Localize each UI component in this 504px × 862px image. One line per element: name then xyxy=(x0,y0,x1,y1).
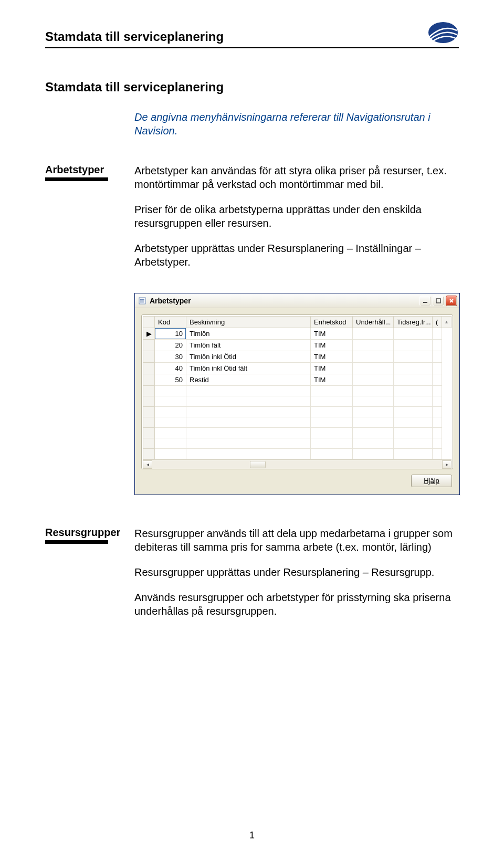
col-kod[interactable]: Kod xyxy=(155,317,186,328)
cell-last[interactable] xyxy=(433,449,442,459)
row-marker[interactable] xyxy=(143,351,155,363)
cell-underhall[interactable] xyxy=(353,386,394,396)
col-enhetskod[interactable]: Enhetskod xyxy=(311,317,353,328)
cell-enhetskod[interactable]: TIM xyxy=(311,340,353,351)
col-beskrivning[interactable]: Beskrivning xyxy=(186,317,311,328)
col-underhall[interactable]: Underhåll... xyxy=(353,317,394,328)
cell-underhall[interactable] xyxy=(353,351,394,363)
cell-beskrivning[interactable]: Timlön inkl Ötid fält xyxy=(186,363,311,374)
row-marker[interactable] xyxy=(143,374,155,386)
cell-tidsreg[interactable] xyxy=(394,351,433,363)
cell-tidsreg[interactable] xyxy=(394,438,433,449)
cell-kod[interactable]: 50 xyxy=(155,374,186,386)
scroll-up-icon[interactable]: ▴ xyxy=(445,318,448,325)
row-marker[interactable] xyxy=(143,428,155,438)
cell-underhall[interactable] xyxy=(353,340,394,351)
cell-last[interactable] xyxy=(433,340,442,351)
table-row[interactable]: 20Timlön fältTIM xyxy=(143,340,452,351)
table-row[interactable]: ▶10TimlönTIM xyxy=(143,328,452,340)
cell-kod[interactable]: 30 xyxy=(155,351,186,363)
cell-enhetskod[interactable] xyxy=(311,417,353,428)
table-row[interactable] xyxy=(143,386,452,396)
cell-beskrivning[interactable]: Timlön xyxy=(186,328,311,340)
cell-enhetskod[interactable] xyxy=(311,438,353,449)
cell-beskrivning[interactable]: Timlön inkl Ötid xyxy=(186,351,311,363)
close-button[interactable] xyxy=(446,296,457,306)
cell-enhetskod[interactable]: TIM xyxy=(311,374,353,386)
table-row[interactable]: 40Timlön inkl Ötid fältTIM xyxy=(143,363,452,374)
cell-underhall[interactable] xyxy=(353,428,394,438)
cell-underhall[interactable] xyxy=(353,417,394,428)
table-row[interactable] xyxy=(143,407,452,417)
cell-underhall[interactable] xyxy=(353,438,394,449)
table-row[interactable] xyxy=(143,449,452,459)
cell-underhall[interactable] xyxy=(353,374,394,386)
row-marker[interactable] xyxy=(143,363,155,374)
cell-enhetskod[interactable]: TIM xyxy=(311,328,353,340)
cell-kod[interactable]: 40 xyxy=(155,363,186,374)
cell-enhetskod[interactable] xyxy=(311,386,353,396)
cell-beskrivning[interactable] xyxy=(186,449,311,459)
table-row[interactable] xyxy=(143,396,452,407)
table-row[interactable] xyxy=(143,417,452,428)
table-row[interactable] xyxy=(143,428,452,438)
scroll-left-icon[interactable]: ◂ xyxy=(143,460,152,469)
help-button[interactable]: Hjälp xyxy=(411,475,452,487)
scroll-thumb[interactable] xyxy=(250,461,266,468)
table-row[interactable]: 50RestidTIM xyxy=(143,374,452,386)
cell-beskrivning[interactable] xyxy=(186,428,311,438)
col-tidsreg[interactable]: Tidsreg.fr... xyxy=(394,317,433,328)
maximize-button[interactable] xyxy=(433,296,444,306)
cell-kod[interactable]: 10 xyxy=(155,328,186,340)
cell-tidsreg[interactable] xyxy=(394,363,433,374)
row-marker[interactable] xyxy=(143,438,155,449)
cell-tidsreg[interactable] xyxy=(394,374,433,386)
cell-underhall[interactable] xyxy=(353,396,394,407)
window-titlebar[interactable]: Arbetstyper xyxy=(135,293,459,308)
cell-beskrivning[interactable] xyxy=(186,396,311,407)
cell-beskrivning[interactable]: Restid xyxy=(186,374,311,386)
cell-enhetskod[interactable] xyxy=(311,449,353,459)
cell-kod[interactable]: 20 xyxy=(155,340,186,351)
arbetstyper-table[interactable]: Kod Beskrivning Enhetskod Underhåll... T… xyxy=(143,316,452,459)
cell-kod[interactable] xyxy=(155,428,186,438)
cell-underhall[interactable] xyxy=(353,328,394,340)
cell-tidsreg[interactable] xyxy=(394,386,433,396)
cell-tidsreg[interactable] xyxy=(394,449,433,459)
cell-last[interactable] xyxy=(433,417,442,428)
cell-last[interactable] xyxy=(433,407,442,417)
cell-beskrivning[interactable] xyxy=(186,417,311,428)
cell-last[interactable] xyxy=(433,363,442,374)
cell-tidsreg[interactable] xyxy=(394,328,433,340)
cell-tidsreg[interactable] xyxy=(394,428,433,438)
cell-beskrivning[interactable] xyxy=(186,438,311,449)
cell-last[interactable] xyxy=(433,374,442,386)
cell-underhall[interactable] xyxy=(353,363,394,374)
cell-tidsreg[interactable] xyxy=(394,340,433,351)
cell-enhetskod[interactable]: TIM xyxy=(311,351,353,363)
cell-tidsreg[interactable] xyxy=(394,396,433,407)
cell-underhall[interactable] xyxy=(353,449,394,459)
cell-last[interactable] xyxy=(433,438,442,449)
cell-last[interactable] xyxy=(433,351,442,363)
minimize-button[interactable] xyxy=(419,296,431,306)
row-marker[interactable] xyxy=(143,449,155,459)
scroll-right-icon[interactable]: ▸ xyxy=(442,460,452,469)
cell-beskrivning[interactable] xyxy=(186,407,311,417)
cell-kod[interactable] xyxy=(155,396,186,407)
cell-last[interactable] xyxy=(433,328,442,340)
cell-beskrivning[interactable]: Timlön fält xyxy=(186,340,311,351)
cell-enhetskod[interactable]: TIM xyxy=(311,363,353,374)
cell-enhetskod[interactable] xyxy=(311,396,353,407)
cell-tidsreg[interactable] xyxy=(394,417,433,428)
row-marker[interactable] xyxy=(143,407,155,417)
cell-kod[interactable] xyxy=(155,386,186,396)
col-last[interactable]: ( xyxy=(433,317,442,328)
row-marker[interactable] xyxy=(143,340,155,351)
cell-kod[interactable] xyxy=(155,449,186,459)
row-marker[interactable] xyxy=(143,396,155,407)
vertical-scrollbar[interactable]: ▴ xyxy=(442,317,452,328)
table-row[interactable] xyxy=(143,438,452,449)
row-marker[interactable] xyxy=(143,417,155,428)
cell-kod[interactable] xyxy=(155,407,186,417)
